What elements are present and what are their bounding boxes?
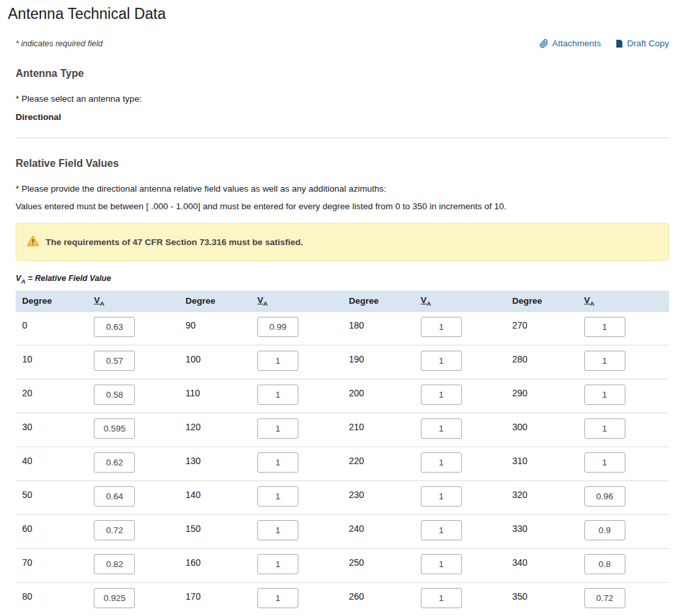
relative-field-input-80[interactable] xyxy=(94,588,135,608)
relative-field-input-40[interactable] xyxy=(94,452,135,473)
draft-copy-label: Draft Copy xyxy=(627,38,669,48)
relative-field-input-60[interactable] xyxy=(94,520,135,540)
va-input-cell xyxy=(251,312,342,345)
va-input-cell xyxy=(87,447,179,481)
relative-field-input-210[interactable] xyxy=(421,418,462,439)
va-input-cell xyxy=(251,379,342,413)
relative-field-input-250[interactable] xyxy=(421,554,462,574)
relative-field-input-300[interactable] xyxy=(584,418,625,439)
relative-field-input-110[interactable] xyxy=(257,385,298,405)
va-input-cell xyxy=(414,481,506,515)
relative-field-input-30[interactable] xyxy=(94,418,135,439)
relative-field-input-180[interactable] xyxy=(421,317,462,337)
relative-field-input-280[interactable] xyxy=(584,351,625,371)
va-input-cell xyxy=(578,447,669,481)
va-input-cell xyxy=(414,413,506,447)
va-input-cell xyxy=(578,379,669,413)
relative-field-prompt: * Please provide the directional antenna… xyxy=(16,184,669,194)
degree-label: 0 xyxy=(16,312,87,345)
va-input-cell xyxy=(87,515,179,549)
degree-label: 350 xyxy=(506,583,577,616)
table-row: 30120210300 xyxy=(16,413,669,447)
relative-field-input-90[interactable] xyxy=(257,317,298,337)
va-input-cell xyxy=(578,345,669,379)
degree-label: 310 xyxy=(506,447,577,481)
relative-field-input-50[interactable] xyxy=(94,486,135,506)
relative-field-input-320[interactable] xyxy=(584,486,625,506)
degree-label: 300 xyxy=(506,413,577,447)
relative-field-table: Degree VA Degree VA Degree VA Degree VA … xyxy=(16,291,669,616)
table-row: 20110200290 xyxy=(16,379,669,413)
va-input-cell xyxy=(578,413,669,447)
degree-label: 340 xyxy=(506,549,577,583)
va-input-cell xyxy=(414,549,506,583)
degree-label: 160 xyxy=(179,549,251,583)
relative-field-input-10[interactable] xyxy=(94,351,135,371)
va-header: VA xyxy=(251,291,342,312)
relative-field-input-150[interactable] xyxy=(257,520,298,540)
va-input-cell xyxy=(87,583,179,616)
relative-field-input-140[interactable] xyxy=(257,486,298,506)
antenna-type-prompt: * Please select an antenna type: xyxy=(16,94,669,104)
va-legend-text: = Relative Field Value xyxy=(25,274,111,283)
degree-label: 40 xyxy=(16,447,87,481)
va-input-cell xyxy=(578,481,669,515)
relative-field-input-330[interactable] xyxy=(584,520,625,540)
degree-label: 140 xyxy=(179,481,251,515)
relative-field-input-260[interactable] xyxy=(421,588,462,608)
degree-label: 280 xyxy=(506,345,577,379)
relative-field-input-230[interactable] xyxy=(421,486,462,506)
relative-field-input-130[interactable] xyxy=(257,452,298,473)
va-input-cell xyxy=(251,447,342,481)
relative-field-input-350[interactable] xyxy=(584,588,625,608)
antenna-type-heading: Antenna Type xyxy=(16,68,669,80)
relative-field-input-220[interactable] xyxy=(421,452,462,473)
relative-field-input-170[interactable] xyxy=(257,588,298,608)
attachments-label: Attachments xyxy=(552,38,601,48)
relative-field-input-340[interactable] xyxy=(584,554,625,574)
va-input-cell xyxy=(578,312,669,345)
table-row: 80170260350 xyxy=(16,583,669,616)
relative-field-input-270[interactable] xyxy=(584,317,625,337)
relative-field-input-100[interactable] xyxy=(257,351,298,371)
degree-label: 120 xyxy=(179,413,251,447)
relative-field-input-160[interactable] xyxy=(257,554,298,574)
relative-field-input-20[interactable] xyxy=(94,385,135,405)
degree-label: 60 xyxy=(16,515,87,549)
relative-field-input-290[interactable] xyxy=(584,385,625,405)
table-row: 090180270 xyxy=(16,312,669,345)
degree-label: 130 xyxy=(179,447,251,481)
relative-field-heading: Relative Field Values xyxy=(16,158,669,169)
degree-label: 90 xyxy=(179,312,251,345)
table-row: 40130220310 xyxy=(16,447,669,481)
attachments-link[interactable]: Attachments xyxy=(539,38,601,48)
degree-label: 150 xyxy=(179,515,251,549)
header-links: Attachments Draft Copy xyxy=(539,38,669,48)
degree-header: Degree xyxy=(16,291,87,312)
antenna-type-value: Directional xyxy=(16,112,669,122)
relative-field-input-190[interactable] xyxy=(421,351,462,371)
draft-copy-link[interactable]: Draft Copy xyxy=(615,38,669,48)
va-input-cell xyxy=(251,549,342,583)
va-input-cell xyxy=(87,549,179,583)
degree-label: 110 xyxy=(179,379,251,413)
required-field-note: * indicates required field xyxy=(16,39,102,48)
relative-field-input-120[interactable] xyxy=(257,418,298,439)
relative-field-input-310[interactable] xyxy=(584,452,625,473)
va-input-cell xyxy=(251,413,342,447)
degree-label: 70 xyxy=(16,549,87,583)
va-input-cell xyxy=(87,312,179,345)
degree-label: 170 xyxy=(179,583,251,616)
va-input-cell xyxy=(578,583,669,616)
relative-field-input-240[interactable] xyxy=(421,520,462,540)
relative-field-input-0[interactable] xyxy=(94,317,135,337)
va-input-cell xyxy=(251,515,342,549)
degree-label: 180 xyxy=(342,312,414,345)
relative-field-table-body: 0901802701010019028020110200290301202103… xyxy=(16,312,669,616)
va-header: VA xyxy=(87,291,179,312)
page-container: Antenna Technical Data * indicates requi… xyxy=(0,0,686,616)
relative-field-input-70[interactable] xyxy=(94,554,135,574)
degree-label: 250 xyxy=(342,549,414,583)
relative-field-input-200[interactable] xyxy=(421,385,462,405)
va-input-cell xyxy=(414,515,506,549)
